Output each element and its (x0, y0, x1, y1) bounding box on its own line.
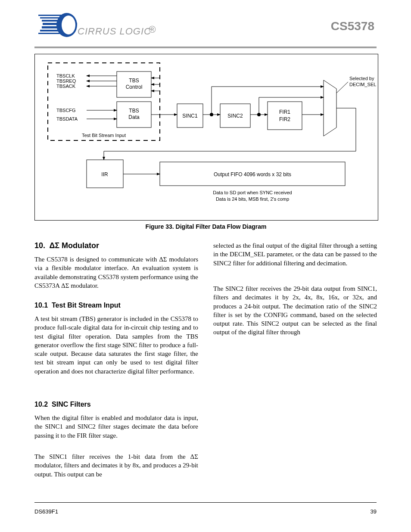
footer-right: 39 (371, 508, 377, 515)
brand-name: CIRRUS LOGIC (78, 26, 151, 37)
svg-rect-22 (268, 102, 302, 130)
svg-point-8 (62, 16, 75, 34)
block-sinc2: SINC2 (227, 113, 243, 119)
header-rule (34, 47, 377, 48)
sec10-2-heading: 10.2 SINC Filters (34, 401, 91, 408)
chip-name: CS5378 (331, 19, 374, 33)
sec10-1-num: 10.1 (34, 302, 48, 309)
sec10-title: ΔΣ Modulator (49, 241, 99, 250)
figure-caption: Figure 33. Digital Filter Data Flow Diag… (34, 223, 377, 230)
sec10-2-para1: When the digital filter is enabled and m… (34, 414, 198, 440)
sec10-1-title: Test Bit Stream Input (52, 302, 121, 309)
block-iir: IIR (101, 171, 108, 177)
figure-box: TBS Control TBS Data TBSCLK TBSREQ TBSAC… (34, 54, 378, 221)
block-fir2: FIR2 (279, 116, 290, 122)
sec10-2-num: 10.2 (34, 401, 48, 408)
sec10-2-para2a: The SINC1 filter receives the 1-bit data… (34, 452, 198, 479)
block-fifo: Output FIFO 4096 words x 32 bits (214, 171, 291, 177)
sec10-2-title: SINC Filters (52, 401, 91, 408)
block-tbsctrl-l2: Control (126, 84, 143, 90)
mux-note1: Selected by (349, 76, 374, 81)
brand-logo: CIRRUS LOGIC ® (37, 12, 153, 42)
block-tbsdata-l2: Data (128, 114, 140, 120)
block-tbsdata-l1: TBS (129, 108, 139, 114)
dashed-caption: Test Bit Stream Input (82, 133, 126, 138)
doc-header: CS5378 (331, 19, 374, 33)
sig-tbsclk: TBSCLK (56, 73, 75, 78)
registered-mark: ® (149, 24, 156, 35)
svg-marker-23 (324, 80, 336, 136)
cirrus-logo-mark (37, 12, 78, 38)
footer: DS639F1 39 (34, 508, 377, 515)
sec10-2-para2b: selected as the final output of the digi… (213, 241, 377, 268)
fifo-note1: Data to SD port when SYNC received (213, 190, 292, 195)
block-tbsctrl-l1: TBS (129, 78, 139, 84)
footer-left: DS639F1 (34, 508, 58, 515)
sec10-1-para: A test bit stream (TBS) generator is inc… (34, 314, 198, 376)
sec10-num: 10. (34, 241, 45, 250)
sig-tbsreq: TBSREQ (56, 78, 76, 84)
fifo-note2: Data is 24 bits, MSB first, 2's comp (216, 196, 289, 202)
block-fir1: FIR1 (279, 109, 290, 115)
sec10-2-para3: The SINC2 filter receives the 29-bit dat… (213, 284, 377, 337)
sec10-heading: 10. ΔΣ Modulator (34, 241, 99, 250)
footer-rule (34, 502, 377, 503)
svg-line-30 (336, 82, 348, 93)
sec10-1-heading: 10.1 Test Bit Stream Input (34, 302, 121, 309)
sig-tbsack: TBSACK (56, 84, 76, 89)
sig-tbscfg: TBSCFG (56, 108, 76, 113)
mux-note2: DECIM_SEL (349, 82, 376, 87)
sig-tbsdata: TBSDATA (56, 116, 78, 121)
sec10-para: The CS5378 is designed to communicate wi… (34, 255, 198, 290)
block-sinc1: SINC1 (182, 113, 198, 119)
block-diagram: TBS Control TBS Data TBSCLK TBSREQ TBSAC… (35, 54, 378, 220)
